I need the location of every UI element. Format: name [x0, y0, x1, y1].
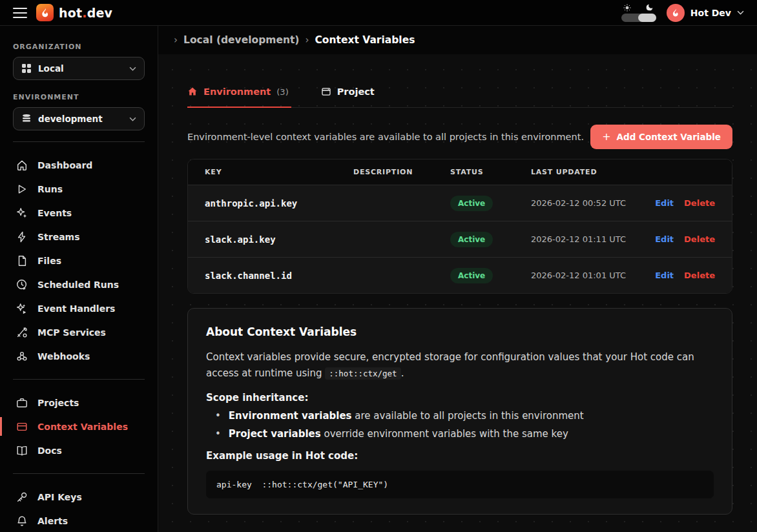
sidebar-item-dashboard[interactable]: Dashboard [0, 153, 158, 177]
delete-link[interactable]: Delete [684, 271, 715, 280]
bullet-icon: • [215, 410, 221, 422]
column-header-status: STATUS [450, 168, 531, 176]
table-row: slack.api.key Active 2026-02-12 01:11 UT… [188, 221, 732, 257]
top-bar: hot.dev Hot Dev [0, 0, 757, 26]
variable-key: slack.api.key [205, 234, 353, 245]
tab-project[interactable]: Project [321, 87, 377, 108]
environment-select[interactable]: development [13, 107, 145, 130]
sparkles-play-icon [16, 303, 28, 314]
bullet-icon: • [215, 428, 221, 440]
about-title: About Context Variables [206, 325, 714, 338]
book-icon [16, 445, 28, 456]
briefcase-icon [16, 397, 28, 409]
scope-inheritance-heading: Scope inheritance: [206, 392, 714, 404]
column-header-last-updated: LAST UPDATED [531, 168, 715, 176]
breadcrumb-parent[interactable]: Local (development) [183, 34, 299, 46]
chevron-down-icon [129, 66, 136, 71]
sidebar-item-streams[interactable]: Streams [0, 225, 158, 249]
home-icon [187, 87, 198, 97]
key-icon [16, 491, 28, 503]
sidebar-item-scheduled-runs[interactable]: Scheduled Runs [0, 272, 158, 296]
theme-toggle[interactable] [621, 3, 656, 22]
column-header-key: KEY [205, 168, 353, 176]
last-updated: 2026-02-12 01:01 UTC [531, 271, 655, 280]
user-menu[interactable]: Hot Dev [667, 4, 744, 22]
edit-link[interactable]: Edit [655, 271, 674, 280]
tools-icon [16, 327, 28, 338]
sidebar-item-label: Docs [37, 445, 62, 456]
sparkles-icon [16, 207, 28, 219]
sidebar-item-api-keys[interactable]: API Keys [0, 485, 158, 509]
clock-play-icon [16, 279, 28, 291]
sun-icon [623, 4, 631, 12]
page-description: Environment-level context variables are … [187, 132, 584, 142]
sidebar-divider [13, 141, 145, 142]
sidebar-item-files[interactable]: Files [0, 249, 158, 272]
edit-link[interactable]: Edit [655, 198, 674, 208]
sidebar-item-label: Webhooks [37, 351, 90, 362]
environment-value: development [38, 114, 123, 124]
status-badge: Active [450, 196, 493, 211]
brand-logo[interactable]: hot.dev [36, 4, 112, 21]
organization-select[interactable]: Local [13, 57, 145, 80]
example-code-block: api-key ::hot::ctx/get("API_KEY") [206, 471, 714, 498]
theme-switch-track[interactable] [621, 14, 656, 22]
scope-list: •Environment variables are available to … [215, 410, 714, 440]
user-avatar [667, 4, 685, 22]
content-area: Environment (3) Project Environment-leve… [158, 54, 757, 532]
example-usage-heading: Example usage in Hot code: [206, 450, 714, 462]
list-item: •Project variables override environment … [215, 428, 714, 440]
hamburger-menu-icon[interactable] [13, 8, 27, 18]
play-icon [16, 183, 28, 195]
sidebar-item-label: Dashboard [37, 160, 92, 170]
chevron-down-icon [129, 117, 136, 121]
chevron-down-icon [737, 10, 744, 15]
organization-label: ORGANIZATION [0, 43, 158, 51]
delete-link[interactable]: Delete [684, 234, 715, 244]
sidebar-divider [13, 379, 145, 380]
sidebar-item-webhooks[interactable]: Webhooks [0, 344, 158, 368]
about-context-variables-card: About Context Variables Context variable… [187, 308, 732, 515]
sidebar-item-mcp-services[interactable]: MCP Services [0, 320, 158, 344]
last-updated: 2026-02-12 00:52 UTC [531, 198, 655, 208]
tab-environment[interactable]: Environment (3) [187, 87, 291, 108]
file-icon [16, 255, 28, 267]
sidebar-item-runs[interactable]: Runs [0, 177, 158, 201]
edit-link[interactable]: Edit [655, 234, 674, 244]
database-icon [21, 114, 32, 124]
status-badge: Active [450, 268, 493, 283]
sidebar-item-label: Scheduled Runs [37, 280, 119, 290]
last-updated: 2026-02-12 01:11 UTC [531, 234, 655, 244]
list-item: •Environment variables are available to … [215, 410, 714, 422]
sidebar-item-event-handlers[interactable]: Event Handlers [0, 296, 158, 320]
tab-label: Project [337, 87, 375, 97]
chevron-right-icon: › [174, 34, 178, 46]
about-intro: Context variables provide secure, encryp… [206, 349, 714, 382]
sidebar-item-context-variables[interactable]: Context Variables [0, 414, 158, 438]
context-variables-table: KEY DESCRIPTION STATUS LAST UPDATED anth… [187, 159, 732, 294]
sidebar-item-projects[interactable]: Projects [0, 391, 158, 414]
inline-code: ::hot::ctx/get [325, 367, 400, 380]
sidebar-item-label: Events [37, 208, 72, 218]
bell-icon [16, 515, 28, 527]
chevron-right-icon: › [305, 34, 309, 46]
organization-value: Local [38, 63, 123, 74]
theme-switch-knob [638, 14, 656, 22]
add-context-variable-button[interactable]: + Add Context Variable [590, 125, 732, 149]
home-icon [16, 159, 28, 171]
sidebar-item-events[interactable]: Events [0, 201, 158, 225]
moon-icon [645, 3, 654, 12]
sidebar-item-label: Files [37, 256, 61, 266]
sidebar-item-label: Alerts [37, 516, 68, 526]
tab-bar: Environment (3) Project [187, 87, 732, 108]
sidebar-divider [13, 473, 145, 474]
sidebar-item-label: Streams [37, 232, 80, 242]
tab-label: Environment [203, 87, 271, 97]
sidebar-item-docs[interactable]: Docs [0, 438, 158, 462]
sidebar-item-alerts[interactable]: Alerts [0, 509, 158, 532]
tab-count: (3) [276, 87, 288, 97]
lightning-icon [16, 231, 28, 243]
status-badge: Active [450, 232, 493, 247]
delete-link[interactable]: Delete [684, 198, 715, 208]
variable-key: anthropic.api.key [205, 198, 353, 209]
